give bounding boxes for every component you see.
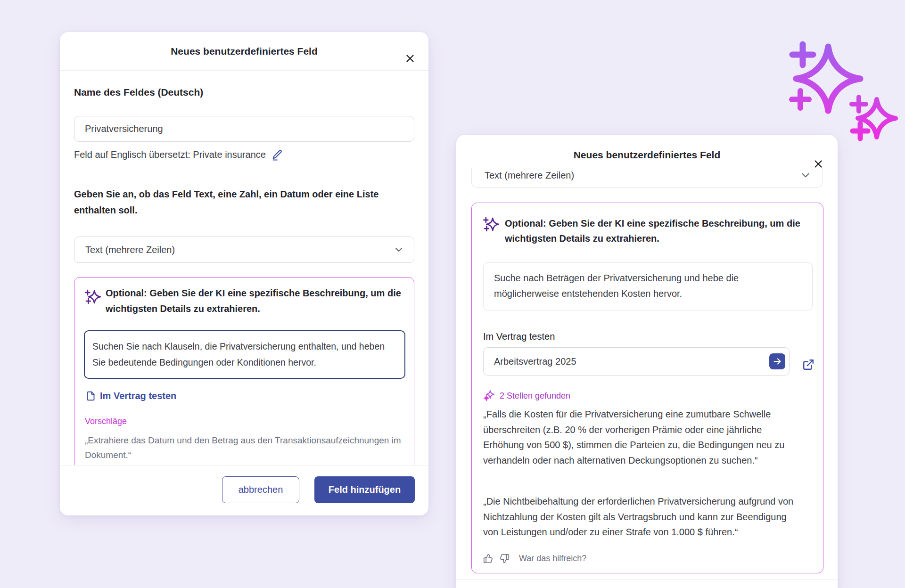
dialog-header: Neues benutzerdefiniertes Feld [60,32,428,71]
cancel-button[interactable]: abbrechen [222,476,299,503]
edit-translation-button[interactable] [272,149,283,161]
submit-test-button[interactable] [769,353,785,369]
chevron-down-icon [799,169,812,181]
ai-description-box: Optional: Geben Sie der KI eine spezifis… [471,203,823,573]
close-button[interactable] [811,157,825,172]
dialog-title: Neues benutzerdefiniertes Feld [456,135,838,168]
translation-row: Feld auf Englisch übersetzt: Private ins… [74,149,283,161]
thumb-up-button[interactable] [483,554,493,564]
ai-description-textarea[interactable]: Suchen Sie nach Klauseln, die Privatvers… [84,330,405,379]
close-button[interactable] [403,52,417,66]
test-in-contract-link[interactable]: Im Vertrag testen [86,391,176,401]
plus-icon [792,44,813,65]
test-in-contract-label: Im Vertrag testen [100,391,176,401]
feedback-label: War das hilfreich? [519,554,586,564]
arrow-right-icon [772,356,782,367]
new-custom-field-dialog: Neues benutzerdefiniertes Feld Name des … [60,32,428,515]
add-field-button[interactable]: Feld hinzufügen [314,476,415,503]
plus-icon [853,123,868,139]
field-type-value: Text (mehrere Zeilen) [85,237,175,262]
chevron-down-icon [393,244,404,255]
feedback-row: War das hilfreich? [483,554,586,564]
results-row: 2 Stellen gefunden [483,390,570,401]
ai-box-heading: Optional: Geben Sie der KI eine spezifis… [106,286,409,317]
found-clause-quote: „Falls die Kosten für die Privatversiche… [483,407,804,468]
thumb-up-icon [483,554,493,564]
document-icon [86,391,96,401]
suggestions-label: Vorschläge [85,416,127,426]
found-clause-quote: „Die Nichtbeibehaltung der erforderliche… [483,494,804,540]
field-type-prompt: Geben Sie an, ob das Feld Text, eine Zah… [74,186,415,218]
translation-text: Feld auf Englisch übersetzt: Private ins… [74,149,266,160]
external-link-icon [802,359,814,371]
sparkles-decoration [780,39,899,149]
thumb-down-icon [500,554,510,564]
contract-search-input[interactable] [483,347,790,376]
contract-input-row [483,347,790,376]
canvas: Neues benutzerdefiniertes Feld Name des … [0,0,905,588]
plus-icon [792,91,809,108]
new-custom-field-dialog-detail: Neues benutzerdefiniertes Feld Text (meh… [456,135,838,588]
field-name-input[interactable] [74,116,414,142]
suggestion-item[interactable]: „Extrahiere das Datum und den Betrag aus… [85,433,405,462]
ai-description-display: Suche nach Beträgen der Privatversicheru… [483,262,813,310]
ai-box-heading: Optional: Geben Sie der KI eine spezifis… [505,216,811,246]
thumb-down-button[interactable] [500,554,510,564]
open-contract-button[interactable] [802,359,815,372]
test-in-contract-label: Im Vertrag testen [483,331,555,342]
plus-icon [852,97,866,111]
sparkles-icon [483,390,494,401]
dialog-header: Neues benutzerdefiniertes Feld [456,135,838,168]
close-icon [812,158,824,170]
pencil-icon [272,149,283,161]
sparkles-icon [85,289,101,305]
dialog-title: Neues benutzerdefiniertes Feld [60,32,428,71]
sparkles-icon [483,216,499,232]
results-count: 2 Stellen gefunden [500,391,570,401]
dialog-footer: abbrechen Feld hinzufügen [60,465,428,515]
field-type-select[interactable]: Text (mehrere Zeilen) [74,237,414,263]
field-name-label: Name des Feldes (Deutsch) [74,87,203,98]
close-icon [404,52,416,65]
footer-divider [456,579,838,580]
